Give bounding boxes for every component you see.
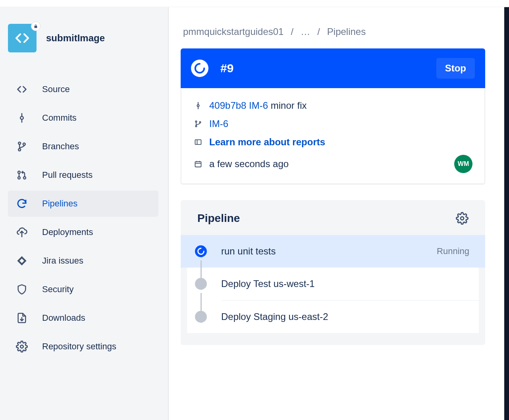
reports-row: Learn more about reports xyxy=(193,137,472,148)
scrollbar[interactable] xyxy=(504,7,509,420)
repo-title: submitImage xyxy=(46,33,105,44)
pipeline-step[interactable]: Deploy Staging us-east-2 xyxy=(187,301,479,333)
step-status-icon xyxy=(195,278,207,290)
sidebar-item-security[interactable]: Security xyxy=(8,276,158,302)
download-icon xyxy=(16,312,28,324)
sidebar-item-label: Commits xyxy=(42,113,77,123)
build-number: #9 xyxy=(220,62,233,75)
breadcrumb-sep: / xyxy=(291,26,293,37)
sidebar-item-label: Pull requests xyxy=(42,170,93,180)
sidebar-item-source[interactable]: Source xyxy=(8,76,158,102)
svg-rect-18 xyxy=(195,140,201,144)
pipeline-section: Pipeline run unit tests Running xyxy=(181,200,485,345)
lock-icon xyxy=(33,24,38,29)
breadcrumb-ellipsis[interactable]: … xyxy=(301,26,310,37)
sidebar-item-label: Security xyxy=(42,284,73,295)
branch-icon xyxy=(193,119,203,129)
sidebar-item-label: Deployments xyxy=(42,227,93,237)
sidebar-item-label: Downloads xyxy=(42,313,85,323)
sidebar-item-jira[interactable]: Jira issues xyxy=(8,248,158,274)
breadcrumb-workspace[interactable]: pmmquickstartguides01 xyxy=(183,26,283,37)
sidebar: submitImage Source Commits Branches xyxy=(0,7,169,420)
reports-link[interactable]: Learn more about reports xyxy=(209,137,325,148)
sidebar-item-label: Branches xyxy=(42,141,79,152)
repo-header: submitImage xyxy=(8,24,158,52)
pull-request-icon xyxy=(16,169,28,181)
gear-icon xyxy=(16,341,28,353)
sidebar-item-downloads[interactable]: Downloads xyxy=(8,305,158,331)
step-status-icon xyxy=(195,245,207,257)
calendar-icon xyxy=(193,159,203,169)
time-row: a few seconds ago WM xyxy=(193,155,472,173)
sidebar-item-pull-requests[interactable]: Pull requests xyxy=(8,162,158,188)
sidebar-item-label: Jira issues xyxy=(42,256,83,266)
pipeline-step[interactable]: run unit tests Running xyxy=(181,235,485,268)
shield-icon xyxy=(16,283,28,295)
code-icon xyxy=(14,30,30,46)
sidebar-item-settings[interactable]: Repository settings xyxy=(8,333,158,360)
step-name: run unit tests xyxy=(221,246,422,257)
info-card: 409b7b8 IM-6 minor fix IM-6 Learn more xyxy=(181,88,485,184)
sidebar-item-branches[interactable]: Branches xyxy=(8,133,158,160)
pipeline-settings-button[interactable] xyxy=(455,211,469,225)
header-bar xyxy=(0,0,509,7)
sidebar-item-commits[interactable]: Commits xyxy=(8,105,158,131)
spinner-icon xyxy=(197,247,205,255)
pipeline-title: Pipeline xyxy=(197,212,240,225)
repo-icon xyxy=(8,24,37,52)
svg-rect-20 xyxy=(195,162,201,167)
spinner-icon xyxy=(194,62,206,74)
commit-ref-link[interactable]: IM-6 xyxy=(249,100,268,111)
timestamp: a few seconds ago xyxy=(209,158,289,170)
svg-point-24 xyxy=(461,217,464,220)
breadcrumb: pmmquickstartguides01 / … / Pipelines xyxy=(183,26,485,37)
sidebar-item-deployments[interactable]: Deployments xyxy=(8,219,158,245)
stop-button[interactable]: Stop xyxy=(436,58,475,79)
build-banner: #9 Stop xyxy=(181,48,485,88)
branch-row: IM-6 xyxy=(193,118,472,129)
gear-icon xyxy=(456,212,469,225)
sidebar-item-label: Repository settings xyxy=(42,341,116,352)
commit-hash-link[interactable]: 409b7b8 xyxy=(209,100,246,111)
code-icon xyxy=(16,83,28,95)
build-spinner xyxy=(191,60,208,77)
commit-icon xyxy=(193,101,203,110)
breadcrumb-sep: / xyxy=(317,26,320,37)
lock-badge xyxy=(31,21,40,31)
report-icon xyxy=(193,137,203,147)
avatar[interactable]: WM xyxy=(454,155,472,173)
sidebar-item-pipelines[interactable]: Pipelines xyxy=(8,191,158,217)
commit-message: minor fix xyxy=(271,100,307,111)
step-status: Running xyxy=(437,246,469,256)
branch-link[interactable]: IM-6 xyxy=(209,118,228,129)
pipeline-step[interactable]: Deploy Test us-west-1 xyxy=(187,268,479,300)
step-name: Deploy Test us-west-1 xyxy=(221,278,469,289)
jira-icon xyxy=(16,255,28,267)
breadcrumb-current[interactable]: Pipelines xyxy=(327,26,366,37)
cloud-upload-icon xyxy=(16,226,28,238)
step-status-icon xyxy=(195,311,207,323)
sidebar-item-label: Pipelines xyxy=(42,198,77,209)
pipelines-icon xyxy=(16,198,28,210)
commit-row: 409b7b8 IM-6 minor fix xyxy=(193,100,472,111)
main: pmmquickstartguides01 / … / Pipelines #9… xyxy=(169,7,509,420)
sidebar-item-label: Source xyxy=(42,84,70,94)
svg-point-11 xyxy=(20,345,23,348)
branch-icon xyxy=(16,141,28,152)
nav: Source Commits Branches Pull requests xyxy=(8,76,158,360)
commit-icon xyxy=(16,112,28,124)
step-name: Deploy Staging us-east-2 xyxy=(221,311,469,322)
